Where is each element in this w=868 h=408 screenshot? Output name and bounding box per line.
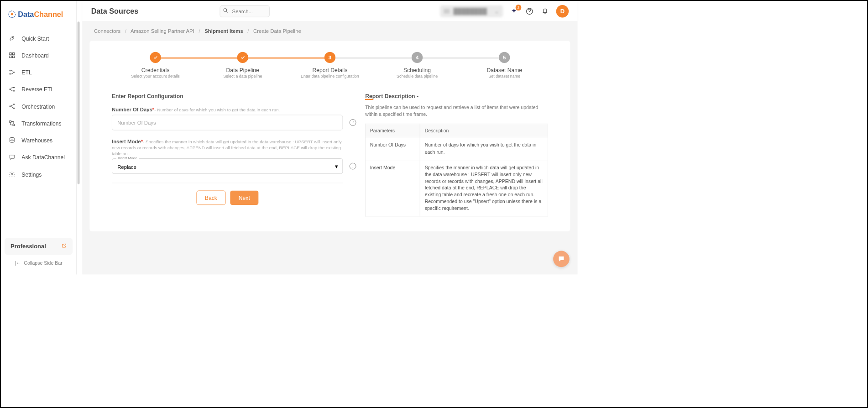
logo[interactable]: DataChannel (1, 1, 76, 26)
nav-label: Transformations (21, 120, 61, 126)
help-icon[interactable] (525, 7, 534, 16)
reverse-flow-icon (8, 85, 16, 93)
sidebar-item-reverse-etl[interactable]: Reverse ETL (1, 81, 76, 98)
svg-rect-17 (13, 124, 15, 126)
workspace-selector[interactable]: ████████⌄ (440, 5, 503, 17)
chat-bubble-button[interactable] (553, 251, 570, 267)
breadcrumb-item[interactable]: Connectors (94, 28, 120, 34)
step-title: Report Details (286, 67, 373, 73)
report-desc-heading: Report Description - (365, 93, 548, 99)
step-scheduling[interactable]: 4 Scheduling Schedule data pipeline (373, 52, 460, 78)
step-connector (156, 58, 243, 58)
breadcrumb-separator: / (199, 28, 200, 34)
step-title: Dataset Name (461, 67, 548, 73)
step-title: Credentials (112, 67, 199, 73)
back-button[interactable]: Back (196, 191, 225, 205)
plan-box[interactable]: Professional (5, 238, 73, 255)
topbar: Data Sources ████████⌄ 2 D (82, 1, 577, 21)
breadcrumb-item[interactable]: Amazon Selling Partner API (131, 28, 194, 34)
step-number: 4 (412, 52, 423, 63)
nav-label: Quick Start (21, 35, 49, 42)
breadcrumb-separator: / (247, 28, 249, 34)
svg-point-14 (13, 104, 14, 105)
table-row: Insert Mode Specifies the manner in whic… (366, 160, 548, 216)
form-row: Enter Report Configuration Number Of Day… (112, 93, 548, 217)
step-dataset-name[interactable]: 5 Dataset Name Set dataset name (461, 52, 548, 78)
svg-point-10 (13, 87, 14, 88)
sidebar-item-etl[interactable]: ETL (1, 64, 76, 81)
sidebar-item-quickstart[interactable]: Quick Start (1, 30, 76, 47)
step-subtitle: Select a data pipeline (199, 74, 286, 78)
step-report-details[interactable]: 3 Report Details Enter data pipeline con… (286, 52, 373, 78)
breadcrumb-item[interactable]: Create Data Pipeline (253, 28, 301, 34)
step-credentials[interactable]: Credentials Select your account details (112, 52, 199, 78)
sidebar-item-ask[interactable]: Ask DataChannel (1, 149, 76, 166)
chat-icon (8, 154, 16, 161)
sidebar-item-settings[interactable]: Settings (1, 166, 76, 183)
sparkle-icon[interactable]: 2 (510, 7, 518, 16)
table-cell: Number Of Days (366, 137, 420, 160)
transform-icon (8, 120, 16, 127)
table-header: Parameters (366, 124, 420, 137)
number-of-days-input[interactable] (112, 115, 343, 130)
sidebar-scrollbar[interactable] (78, 21, 80, 184)
next-button[interactable]: Next (230, 191, 258, 205)
chevron-down-icon: ⌄ (494, 8, 499, 15)
divider (112, 183, 343, 183)
page-title: Data Sources (91, 7, 139, 16)
step-subtitle: Set dataset name (461, 74, 548, 78)
sidebar-item-orchestration[interactable]: Orchestration (1, 98, 76, 115)
svg-point-19 (11, 173, 13, 175)
step-connector (330, 58, 417, 58)
form-actions: Back Next (112, 191, 343, 205)
nodes-icon (8, 103, 16, 110)
step-data-pipeline[interactable]: Data Pipeline Select a data pipeline (199, 52, 286, 78)
gear-icon (8, 171, 16, 178)
logo-text: DataChannel (18, 10, 63, 19)
form-left: Enter Report Configuration Number Of Day… (112, 93, 343, 217)
svg-rect-4 (13, 53, 15, 55)
stepper: Credentials Select your account details … (112, 52, 548, 78)
search-icon (223, 7, 229, 15)
svg-point-7 (10, 70, 10, 71)
bell-icon[interactable] (541, 7, 549, 16)
svg-point-20 (224, 8, 227, 11)
table-cell: Insert Mode (366, 160, 420, 216)
table-cell: Specifies the manner in which data will … (420, 160, 548, 216)
svg-rect-6 (13, 56, 15, 58)
sidebar-item-dashboard[interactable]: Dashboard (1, 47, 76, 63)
step-connector (417, 58, 504, 58)
sidebar-item-transformations[interactable]: Transformations (1, 115, 76, 131)
breadcrumb: Connectors / Amazon Selling Partner API … (82, 21, 577, 41)
plan-name: Professional (10, 243, 46, 250)
svg-rect-16 (10, 121, 11, 123)
table-cell: Number of days for which you wish to get… (420, 137, 548, 160)
svg-point-11 (13, 90, 14, 91)
info-icon[interactable]: i (350, 119, 356, 126)
nav-label: ETL (21, 69, 31, 75)
step-title: Scheduling (373, 67, 460, 73)
step-subtitle: Schedule data pipeline (373, 74, 460, 78)
grid-icon (8, 52, 16, 59)
info-icon[interactable]: i (350, 163, 356, 170)
check-icon (237, 52, 248, 63)
select-floating-label: Insert Mode (116, 156, 139, 160)
insert-mode-select[interactable]: Replace (112, 158, 343, 174)
breadcrumb-item-current: Shipment Items (204, 28, 243, 34)
nav-label: Reverse ETL (21, 86, 54, 93)
sidebar-item-warehouses[interactable]: Warehouses (1, 132, 76, 149)
main: Connectors / Amazon Selling Partner API … (82, 21, 577, 274)
field-label-insert: Insert Mode*- Specifies the manner in wh… (112, 138, 343, 156)
search-box (220, 5, 270, 17)
breadcrumb-separator: / (125, 28, 126, 34)
avatar[interactable]: D (556, 5, 569, 18)
report-desc-heading-wrap: Report Description - (365, 93, 548, 99)
svg-point-8 (10, 73, 10, 74)
step-connector (243, 58, 330, 58)
nav-label: Orchestration (21, 103, 55, 110)
report-description-panel: Report Description - This pipeline can b… (365, 93, 548, 217)
svg-point-13 (10, 106, 10, 107)
step-subtitle: Enter data pipeline configuration (286, 74, 373, 78)
collapse-sidebar-button[interactable]: |← Collapse Side Bar (5, 255, 73, 271)
nav: Quick Start Dashboard ETL Reverse ETL Or… (1, 26, 76, 234)
